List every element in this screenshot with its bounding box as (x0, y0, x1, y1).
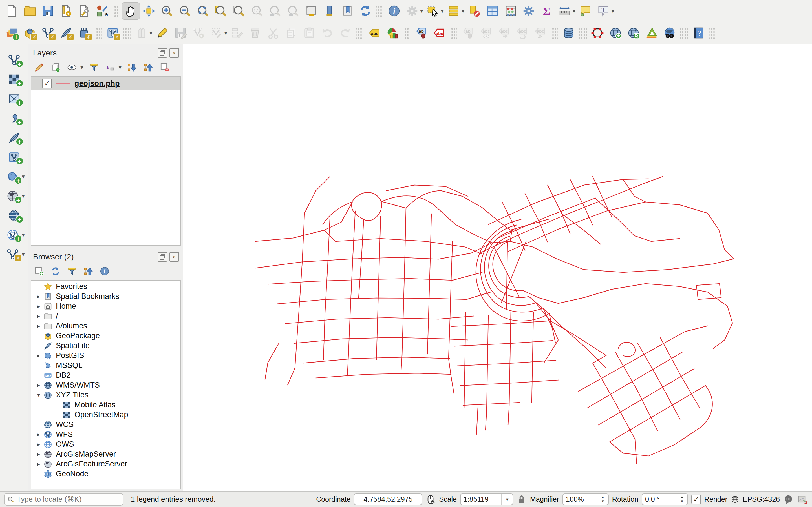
new-3d-map-view-button[interactable] (320, 2, 338, 20)
browser-item-spatialite[interactable]: SpatiaLite (31, 341, 181, 351)
scale-combobox[interactable]: 1:85119 ▾ (460, 494, 513, 505)
add-selected-layers-button[interactable] (33, 265, 46, 277)
save-layer-edits-button[interactable] (171, 24, 190, 42)
select-features-button[interactable] (424, 2, 442, 20)
text-annotation-button[interactable] (594, 2, 612, 20)
float-panel-icon[interactable] (158, 48, 167, 58)
browser-item-geopackage[interactable]: GeoPackage (31, 331, 181, 341)
stepper-icons[interactable]: ▲▼ (678, 495, 686, 504)
delete-selected-button[interactable] (246, 24, 264, 42)
add-postgis-layer-button[interactable]: + (3, 168, 23, 185)
current-edits-button[interactable] (133, 24, 151, 42)
pin-unpin-labels-button[interactable] (459, 24, 477, 42)
browser-item-home[interactable]: ▸Home (31, 301, 181, 311)
dropdown-caret-icon[interactable]: ▾ (119, 64, 122, 71)
processing-plugin-button[interactable] (643, 24, 661, 42)
zoom-last-button[interactable] (266, 2, 284, 20)
new-virtual-layer-button[interactable]: ✳ (104, 24, 122, 42)
measure-line-button[interactable] (556, 2, 574, 20)
chevron-down-icon[interactable]: ▾ (501, 494, 513, 505)
add-group-button[interactable] (49, 61, 62, 73)
collapse-all-button[interactable] (142, 61, 155, 73)
add-wms-layer-button[interactable]: + (3, 187, 23, 205)
lock-scale-icon[interactable] (516, 494, 527, 504)
add-mesh-layer-button[interactable]: + (4, 91, 24, 107)
metasearch-new-connection-button[interactable] (606, 24, 624, 42)
pan-map-button[interactable] (122, 2, 140, 20)
expand-arrow-icon[interactable]: ▸ (34, 461, 43, 467)
magnifier-spinbox[interactable]: 100% ▲▼ (562, 494, 609, 505)
close-panel-icon[interactable]: × (169, 252, 179, 262)
move-label-button[interactable] (495, 24, 513, 42)
add-vector-layer-button[interactable]: + (4, 52, 24, 68)
db-manager-button[interactable] (560, 24, 578, 42)
expand-arrow-icon[interactable]: ▸ (34, 313, 43, 320)
add-feature-button[interactable] (190, 24, 207, 42)
browser-item-wfs[interactable]: ▸WFS (31, 430, 181, 439)
rotation-spinbox[interactable]: 0.0 ° ▲▼ (642, 494, 688, 505)
stepper-icons[interactable]: ▲▼ (599, 495, 607, 504)
new-spatialite-layer-button[interactable]: ✳ (57, 24, 75, 42)
cut-features-button[interactable] (264, 24, 282, 42)
new-project-button[interactable] (3, 2, 21, 20)
expand-arrow-icon[interactable]: ▸ (34, 451, 43, 457)
close-panel-icon[interactable]: × (169, 48, 179, 58)
zoom-full-button[interactable] (194, 2, 212, 20)
show-hide-labels-button[interactable] (477, 24, 495, 42)
manage-map-themes-button[interactable] (65, 61, 79, 73)
expand-arrow-icon[interactable]: ▸ (34, 352, 43, 359)
browser-item-xyz-tiles[interactable]: ▾XYZ Tiles (31, 390, 181, 400)
save-project-button[interactable] (39, 2, 57, 20)
geometry-checker-button[interactable] (589, 24, 606, 42)
expand-arrow-icon[interactable]: ▸ (34, 323, 43, 329)
browser-item-arcgismapserver[interactable]: ▸ArcGisMapServer (31, 449, 181, 459)
browser-item-db2[interactable]: DB2 (31, 371, 181, 380)
expand-arrow-icon[interactable]: ▸ (34, 441, 43, 448)
locate-input[interactable] (16, 495, 120, 504)
identify-features-button[interactable] (385, 2, 403, 20)
zoom-to-layer-button[interactable] (230, 2, 248, 20)
browser-item-arcgisfeatureserver[interactable]: ▸ArcGisFeatureServer (31, 459, 181, 469)
expand-arrow-icon[interactable]: ▸ (34, 431, 43, 438)
new-map-view-button[interactable] (302, 2, 320, 20)
field-calculator-button[interactable] (502, 2, 520, 20)
undo-button[interactable] (318, 24, 336, 42)
expand-arrow-icon[interactable]: ▸ (34, 293, 43, 300)
processing-toolbox-button[interactable] (520, 2, 538, 20)
new-temporary-scratch-layer-button[interactable]: ✳ (75, 24, 93, 42)
layer-visibility-checkbox[interactable]: ✓ (42, 78, 52, 88)
osm-place-search-button[interactable] (661, 24, 679, 42)
browser-item-favorites[interactable]: Favorites (31, 282, 181, 291)
refresh-browser-button[interactable] (49, 265, 62, 277)
browser-item-mobile-atlas[interactable]: Mobile Atlas (31, 400, 181, 410)
new-shapefile-layer-button[interactable]: ✳ (3, 246, 23, 263)
browser-item-postgis[interactable]: ▸PostGIS (31, 351, 181, 360)
add-delimited-text-layer-button[interactable]: + (4, 110, 24, 127)
pan-to-selection-button[interactable] (140, 2, 158, 20)
zoom-native-button[interactable] (248, 2, 266, 20)
layer-diagram-options-button[interactable] (383, 24, 401, 42)
pin-labels-button[interactable] (412, 24, 430, 42)
browser-item-openstreetmap[interactable]: OpenStreetMap (31, 410, 181, 420)
map-canvas[interactable] (183, 44, 812, 492)
copy-features-button[interactable] (282, 24, 300, 42)
browser-item-wms-wmts[interactable]: ▸WMS/WMTS (31, 380, 181, 390)
filter-legend-button[interactable] (87, 61, 101, 73)
expand-arrow-icon[interactable]: ▾ (34, 392, 43, 398)
open-attribute-table-button[interactable] (484, 2, 502, 20)
crs-value[interactable]: EPSG:4326 (743, 495, 780, 503)
dropdown-caret-icon[interactable]: ▾ (80, 64, 84, 71)
float-panel-icon[interactable] (158, 252, 167, 262)
expand-arrow-icon[interactable]: ▸ (34, 303, 43, 309)
coordinate-input[interactable]: 4.7584,52.2975 (354, 494, 422, 505)
data-source-manager-button[interactable]: + (3, 24, 21, 42)
browser-item-spatial-bookmarks[interactable]: ▸Spatial Bookmarks (31, 291, 181, 301)
run-feature-action-button[interactable] (403, 2, 421, 20)
locate-search[interactable] (4, 493, 123, 506)
add-raster-layer-button[interactable]: + (4, 71, 24, 88)
toggle-editing-button[interactable] (153, 24, 171, 42)
crs-globe-icon[interactable] (731, 495, 739, 504)
browser-properties-button[interactable] (98, 265, 111, 277)
add-wfs-layer-button[interactable]: + (3, 226, 23, 243)
paste-features-button[interactable] (300, 24, 318, 42)
